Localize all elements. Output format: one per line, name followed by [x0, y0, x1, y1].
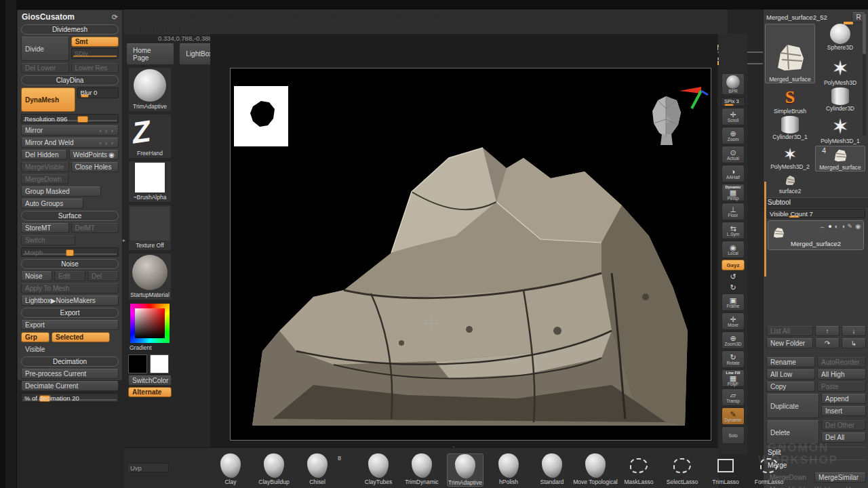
tool-thumb-merged-surface[interactable]: Merged_surface	[765, 24, 815, 83]
move-down-button[interactable]: ↓	[842, 326, 866, 336]
section-surface[interactable]: Surface	[21, 211, 119, 221]
shelf-button[interactable]: ↻ Rotate	[722, 350, 745, 368]
lightbox-noisemakers-button[interactable]: Lightbox▶NoiseMakers	[21, 296, 119, 306]
paste-button[interactable]: Paste	[817, 382, 866, 392]
append-button[interactable]: Append	[821, 394, 866, 404]
smt-button[interactable]: Smt	[71, 37, 119, 47]
brush-item[interactable]: hPolish	[490, 453, 527, 485]
menu-item[interactable]	[283, 15, 296, 18]
brush-item[interactable]: TrimDynamic	[403, 453, 440, 485]
close-holes-button[interactable]: Close Holes	[71, 162, 119, 172]
all-low-button[interactable]: All Low	[766, 369, 815, 380]
point-visibility-icon[interactable]: ◑	[841, 223, 844, 230]
subtool-header[interactable]: Subtool	[764, 197, 868, 207]
color-picker[interactable]: Gradient	[128, 302, 172, 352]
current-material-thumb[interactable]: StartupMaterial	[128, 253, 172, 300]
resolution-slider[interactable]: Resolution 896	[21, 114, 119, 123]
group-masked-button[interactable]: Group Masked	[21, 186, 101, 197]
shelf-button[interactable]: ✛ Scroll	[722, 108, 745, 125]
mergevisible-button[interactable]: MergeVisible	[21, 162, 69, 172]
export-button[interactable]: Export	[21, 320, 119, 330]
menu-item[interactable]	[180, 15, 193, 18]
blur-slider[interactable]: Blur 0	[77, 87, 119, 98]
storemt-button[interactable]: StoreMT	[21, 223, 69, 233]
grp-button[interactable]: Grp	[21, 332, 50, 342]
brush-item[interactable]: TrimLasso	[707, 453, 744, 485]
drag-arrow-icon[interactable]: ←	[819, 223, 825, 230]
list-all-button[interactable]: List All	[766, 326, 813, 336]
del-lower-button[interactable]: Del Lower	[21, 63, 69, 73]
mergesimilar-button[interactable]: MergeSimilar	[814, 472, 866, 483]
folder-insert-button[interactable]: ↳	[842, 338, 866, 348]
current-alpha-thumb[interactable]: ~BrushAlpha	[128, 161, 172, 203]
home-page-button[interactable]: Home Page	[126, 43, 174, 65]
menu-item[interactable]	[399, 15, 412, 18]
switch-button[interactable]: Switch	[21, 235, 75, 245]
menu-item[interactable]	[141, 15, 154, 18]
duplicate-button[interactable]: Duplicate	[766, 394, 819, 418]
mirror-button[interactable]: Mirrorx y z	[21, 125, 119, 136]
mirror-and-weld-button[interactable]: Mirror And Weldx y z	[21, 138, 119, 148]
shelf-button[interactable]: ▱ Transp	[722, 388, 745, 406]
noise-button[interactable]: Noise	[21, 271, 52, 281]
menu-item[interactable]	[334, 15, 347, 18]
weldpoints-button[interactable]: WeldPoints◉	[69, 150, 119, 160]
folder-redo-button[interactable]: ↷	[815, 338, 840, 348]
brush-item[interactable]: 8 Chisel	[299, 453, 336, 485]
spix-slider[interactable]: SPix 3	[721, 97, 745, 106]
section-export[interactable]: Export	[21, 308, 119, 318]
menu-item[interactable]	[205, 15, 218, 18]
current-brush-thumb[interactable]: TrimAdaptive	[128, 67, 172, 112]
menu-item[interactable]	[425, 15, 437, 18]
menu-item[interactable]	[154, 15, 167, 18]
divide-button[interactable]: Divide	[21, 37, 69, 61]
mergedown-button[interactable]: MergeDown	[21, 174, 68, 184]
brush-item[interactable]: SelectLasso	[664, 453, 701, 485]
preprocess-current-button[interactable]: Pre-process Current	[21, 369, 119, 379]
menu-item[interactable]	[270, 15, 283, 18]
apply-to-mesh-button[interactable]: Apply To Mesh	[21, 283, 119, 293]
shelf-button[interactable]: ◉ Local	[722, 241, 745, 258]
menu-item[interactable]	[218, 15, 231, 18]
decimation-percent-slider[interactable]: % of decimation 20	[21, 393, 119, 403]
tool-thumb-cylinder3d-1[interactable]: Cylinder3D_1	[765, 116, 815, 144]
visible-count-slider[interactable]: Visible Count 7	[766, 209, 865, 218]
shelf-button[interactable]: Line Fill ▦ PolyF	[722, 369, 745, 387]
subtool-item[interactable]: ← ● ◐ ◑ ✎ ◉ Merged_surface2	[768, 220, 864, 250]
brush-item[interactable]: ClayTubes	[360, 453, 397, 485]
brush-item[interactable]: Move Topological	[577, 453, 614, 485]
shelf-button[interactable]: ⇆ L.Sym	[722, 222, 745, 239]
copy-button[interactable]: Copy	[766, 382, 815, 392]
brush-item[interactable]: Clay	[212, 453, 249, 485]
noise-del-button[interactable]: Del	[87, 271, 119, 281]
tool-scrollbar[interactable]	[863, 14, 866, 136]
insert-button[interactable]: Insert	[821, 406, 866, 416]
noise-edit-button[interactable]: Edit	[54, 271, 85, 281]
brush-item[interactable]: Standard	[534, 453, 570, 485]
uvp-field[interactable]: Uvp	[127, 463, 169, 472]
autoreorder-button[interactable]: AutoReorder	[817, 357, 866, 367]
brush-item[interactable]: ClayBuildup	[256, 453, 292, 485]
tool-thumb-polymesh3d-2[interactable]: ✶ PolyMesh3D_2	[765, 146, 815, 171]
visibility-toggle-icon[interactable]: ●	[828, 223, 831, 230]
sdiv-slider[interactable]: SDiv	[71, 48, 119, 59]
shelf-button[interactable]: ⊕ Zoom3D	[722, 331, 745, 349]
subtool-scrollbar[interactable]	[764, 182, 766, 277]
menu-item[interactable]	[154, 28, 167, 30]
menu-item[interactable]	[309, 15, 321, 18]
tool-thumb-polymesh3d-1[interactable]: ✶ PolyMesh3D_1	[815, 116, 865, 144]
menu-item[interactable]	[167, 15, 180, 18]
alternate-button[interactable]: Alternate	[128, 387, 172, 397]
delmt-button[interactable]: DelMT	[71, 223, 119, 233]
shelf-button[interactable]: ↻	[722, 283, 745, 292]
dynamesh-button[interactable]: DynaMesh	[21, 87, 75, 112]
primary-color-swatch[interactable]	[128, 354, 147, 373]
tool-thumb-surface2[interactable]: surface2	[765, 173, 815, 195]
brush-item[interactable]: TrimAdaptive	[447, 453, 484, 487]
uv-button[interactable]: Uv	[842, 485, 866, 488]
rename-button[interactable]: Rename	[766, 357, 815, 367]
tool-thumb-cylinder3d[interactable]: Cylinder3D	[815, 87, 865, 115]
shelf-button[interactable]: Dynamic ▦ Persp	[722, 184, 745, 201]
shelf-button[interactable]: ✎ Dynamic	[722, 407, 745, 425]
current-texture-thumb[interactable]: Texture Off	[128, 205, 172, 251]
